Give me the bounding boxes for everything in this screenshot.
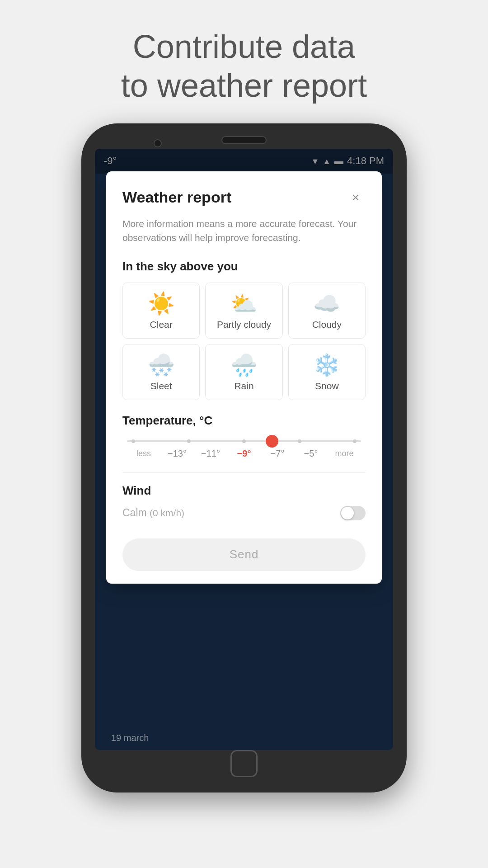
slider-dot: [298, 439, 301, 443]
close-button[interactable]: ×: [346, 188, 366, 208]
sleet-icon: 🌨️: [148, 354, 175, 376]
phone-top: [81, 123, 407, 149]
sleet-label: Sleet: [150, 381, 172, 392]
wind-row: Calm (0 km/h): [122, 506, 366, 520]
slider-track: [127, 440, 361, 442]
page-header: Contribute data to weather report: [121, 0, 367, 123]
weather-options-grid: ☀️ Clear ⛅ Partly cloudy ☁️ Cloudy 🌨️: [122, 283, 366, 400]
weather-option-cloudy[interactable]: ☁️ Cloudy: [288, 283, 366, 339]
weather-option-snow[interactable]: ❄️ Snow: [288, 344, 366, 400]
slider-dot: [131, 439, 135, 443]
clear-label: Clear: [150, 319, 173, 330]
modal-title: Weather report: [122, 189, 231, 206]
temperature-slider[interactable]: less −13° −11° −9° −7° −5° more: [122, 440, 366, 459]
cloudy-label: Cloudy: [312, 319, 342, 330]
partly-cloudy-label: Partly cloudy: [217, 319, 271, 330]
phone-frame: -9° 4:18 PM Moscow Weather report ×: [81, 123, 407, 793]
temp-section-title: Temperature, °C: [122, 414, 366, 428]
cloudy-icon: ☁️: [313, 293, 340, 315]
date-label: 19 march: [111, 733, 149, 743]
partly-cloudy-icon: ⛅: [230, 293, 258, 315]
modal-description: More information means a more accurate f…: [122, 217, 366, 245]
slider-dots: [131, 439, 357, 443]
phone-bottom: [230, 750, 258, 777]
sky-section-title: In the sky above you: [122, 259, 366, 274]
weather-option-sleet[interactable]: 🌨️ Sleet: [122, 344, 200, 400]
wind-calm-label: Calm (0 km/h): [122, 507, 184, 519]
modal-overlay: Weather report × More information means …: [95, 149, 393, 750]
slider-label-more: more: [328, 449, 361, 458]
home-button[interactable]: [230, 750, 258, 777]
wind-section-title: Wind: [122, 484, 366, 498]
slider-label-minus5: −5°: [294, 448, 328, 459]
slider-label-less: less: [127, 449, 160, 458]
header-text: Contribute data to weather report: [121, 27, 367, 105]
modal-content: Weather report × More information means …: [106, 171, 382, 531]
snow-label: Snow: [315, 381, 339, 392]
clear-icon: ☀️: [148, 293, 175, 315]
rain-icon: 🌧️: [230, 354, 258, 376]
slider-dot: [242, 439, 246, 443]
slider-dot: [353, 439, 357, 443]
slider-dot: [187, 439, 191, 443]
weather-option-rain[interactable]: 🌧️ Rain: [205, 344, 282, 400]
slider-label-minus11: −11°: [194, 448, 227, 459]
send-button-wrapper: Send: [106, 531, 382, 584]
modal-header: Weather report ×: [122, 188, 366, 208]
weather-report-modal: Weather report × More information means …: [106, 171, 382, 584]
phone-speaker: [221, 136, 267, 144]
slider-label-minus9: −9°: [227, 448, 261, 459]
slider-label-minus7: −7°: [261, 448, 294, 459]
slider-label-minus13: −13°: [160, 448, 194, 459]
weather-option-partly-cloudy[interactable]: ⛅ Partly cloudy: [205, 283, 282, 339]
send-button[interactable]: Send: [122, 538, 366, 571]
temperature-section: Temperature, °C: [122, 414, 366, 459]
toggle-knob: [341, 507, 354, 519]
weather-option-clear[interactable]: ☀️ Clear: [122, 283, 200, 339]
snow-icon: ❄️: [313, 354, 340, 376]
slider-thumb[interactable]: [266, 435, 278, 448]
phone-screen: -9° 4:18 PM Moscow Weather report ×: [95, 149, 393, 750]
wind-section: Wind Calm (0 km/h): [122, 484, 366, 531]
section-divider: [122, 472, 366, 473]
slider-labels: less −13° −11° −9° −7° −5° more: [127, 448, 361, 459]
rain-label: Rain: [234, 381, 253, 392]
phone-camera: [154, 139, 162, 147]
wind-calm-toggle[interactable]: [340, 506, 366, 520]
